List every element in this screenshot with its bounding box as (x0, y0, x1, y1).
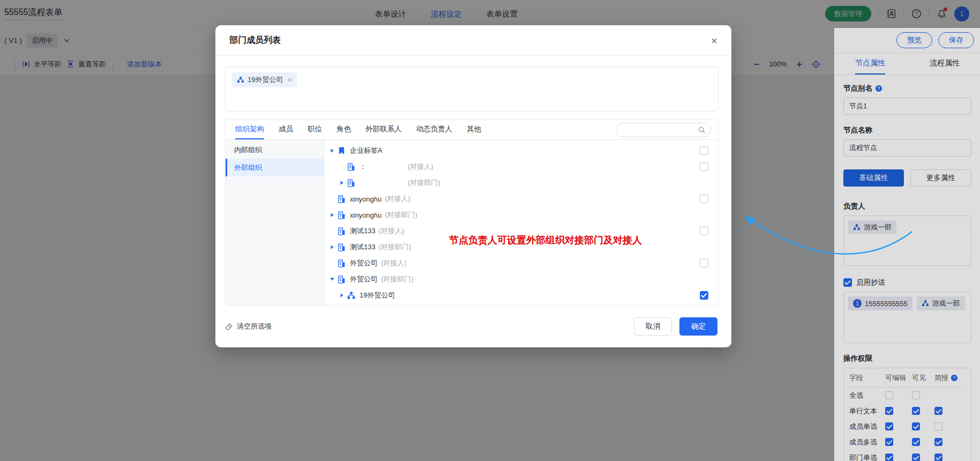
perm-checkbox[interactable] (885, 438, 893, 446)
help-icon[interactable]: ? (875, 85, 882, 92)
perm-checkbox[interactable] (934, 422, 942, 430)
alias-label-text: 节点别名 (843, 84, 872, 93)
org-nav-list: 内部组织外部组织 (226, 140, 324, 305)
perm-col-header: 简报? (934, 373, 966, 383)
picker-tab[interactable]: 成员 (279, 120, 293, 139)
node-name-label: 节点名称 (843, 125, 971, 135)
owner-label: 负责人 (843, 202, 971, 211)
tree-row[interactable]: (对接部门) (330, 175, 708, 191)
node-name-input[interactable] (843, 139, 971, 157)
tree-checkbox[interactable] (700, 291, 708, 300)
member-tag: 游戏一部 (917, 296, 965, 310)
perm-row: 成员多选 (849, 434, 966, 450)
tree-row[interactable]: 外贸公司(对接部门) (330, 271, 708, 287)
caret-down-icon[interactable] (330, 277, 337, 282)
tree-row[interactable]: 测试133(对接部门) (330, 239, 708, 255)
perm-field-name: 成员单选 (849, 422, 885, 432)
caret-right-icon[interactable] (330, 148, 337, 153)
alias-input[interactable] (843, 98, 971, 115)
perm-checkbox[interactable] (885, 391, 893, 399)
perm-checkbox[interactable] (912, 453, 920, 461)
tree-row[interactable]: 测试133(对接人) (330, 223, 708, 239)
more-props-button[interactable]: 更多属性 (910, 169, 972, 187)
cc-select-area[interactable]: 115555555555游戏一部 (843, 292, 971, 343)
perm-checkbox[interactable] (885, 422, 893, 430)
caret-right-icon[interactable] (339, 293, 347, 298)
caret-right-icon[interactable] (330, 244, 337, 250)
perm-checkbox[interactable] (912, 407, 920, 415)
building-icon (337, 243, 346, 252)
picker-tab[interactable]: 外部联系人 (365, 120, 402, 139)
tree-node-name: xinyonghu (350, 195, 381, 203)
cc-checkbox[interactable] (843, 278, 852, 287)
tree-checkbox[interactable] (700, 146, 708, 155)
tree-checkbox[interactable] (700, 195, 708, 203)
org-icon (853, 224, 861, 231)
caret-right-icon[interactable] (339, 180, 347, 185)
perm-checkbox[interactable] (885, 407, 893, 415)
save-button[interactable]: 保存 (938, 32, 974, 48)
tree-node-suffix: (对接部门) (379, 242, 412, 252)
basic-props-button[interactable]: 基础属性 (843, 169, 904, 187)
picker-tab[interactable]: 其他 (467, 120, 481, 139)
drawer-tab[interactable]: 节点属性 (855, 53, 885, 75)
search-input[interactable] (623, 127, 695, 134)
close-icon[interactable]: × (711, 35, 717, 46)
tree-row[interactable]: 19外贸公司 (330, 287, 708, 303)
picker-tab[interactable]: 职位 (308, 120, 322, 139)
selected-items-area[interactable]: 19外贸公司× (225, 66, 719, 111)
department-member-modal: 部门成员列表 × 19外贸公司× 组织架构成员职位角色外部联系人动态负责人其他 … (215, 25, 731, 347)
member-tag-label: 游戏一部 (864, 222, 892, 232)
picker-tab[interactable]: 动态负责人 (416, 120, 453, 139)
perm-checkbox[interactable] (934, 438, 942, 446)
org-tree: 企业标签A：(对接人)(对接部门)xinyonghu(对接人)xinyonghu… (324, 140, 718, 305)
building-icon (337, 195, 346, 204)
node-name-label-text: 节点名称 (843, 125, 872, 135)
preview-button[interactable]: 预览 (896, 32, 932, 48)
remove-tag-icon[interactable]: × (287, 76, 291, 84)
perm-checkbox[interactable] (934, 453, 942, 461)
clear-selection-button[interactable]: 清空所选项 (225, 322, 272, 331)
tree-checkbox[interactable] (700, 227, 708, 235)
member-tag-label: 游戏一部 (932, 299, 960, 308)
help-icon[interactable]: ? (951, 374, 958, 382)
perm-field-name: 全选 (849, 391, 885, 400)
owner-select-area[interactable]: 游戏一部 (843, 215, 971, 266)
perm-checkbox[interactable] (912, 422, 920, 430)
perm-checkbox[interactable] (912, 391, 920, 399)
org-nav-item[interactable]: 内部组织 (226, 141, 324, 159)
drawer-tab[interactable]: 流程属性 (930, 53, 960, 75)
building-icon (347, 179, 356, 188)
perm-checkbox[interactable] (934, 407, 942, 415)
tree-checkbox[interactable] (700, 162, 708, 171)
perm-checkbox[interactable] (885, 453, 893, 461)
permissions-table-header: 字段可编辑可见简报? (849, 368, 966, 388)
cancel-button[interactable]: 取消 (634, 317, 672, 336)
org-nav-item[interactable]: 外部组织 (226, 159, 324, 176)
confirm-button[interactable]: 确定 (679, 317, 717, 336)
tree-row[interactable]: 企业标签A (330, 143, 708, 159)
caret-right-icon[interactable] (330, 212, 337, 218)
tree-row[interactable]: 外贸公司(对接人) (330, 255, 708, 271)
member-tag-label: 15555555555 (865, 300, 908, 308)
org-icon (237, 76, 244, 84)
modal-footer: 清空所选项 取消 确定 (215, 306, 731, 347)
search-icon[interactable] (698, 126, 706, 134)
tree-checkbox[interactable] (700, 259, 708, 267)
app-screen: 55555流程表单 表单设计流程设定表单设置 数据管理 ? 1 ( V1 ) 启… (0, 0, 980, 461)
tree-row[interactable]: xinyonghu(对接部门) (330, 207, 708, 223)
perm-checkbox[interactable] (912, 438, 920, 446)
picker-tab[interactable]: 组织架构 (235, 120, 264, 139)
clear-selection-label: 清空所选项 (237, 322, 272, 331)
picker-main: 内部组织外部组织 企业标签A：(对接人)(对接部门)xinyonghu(对接人)… (226, 140, 718, 305)
perm-row: 成员单选 (849, 419, 966, 434)
tree-node-name: 外贸公司 (350, 258, 378, 268)
tree-node-suffix: (对接人) (408, 162, 433, 172)
footer-buttons: 取消 确定 (634, 317, 717, 336)
node-properties-drawer: 预览 保存 节点属性流程属性 节点别名 ? 节点名称 基础属性 更多属性 负责人… (834, 28, 980, 461)
tree-row[interactable]: ：(对接人) (330, 159, 708, 175)
tree-row[interactable]: xinyonghu(对接人) (330, 191, 708, 207)
tree-node-name: ： (360, 162, 405, 172)
perm-col-header: 可编辑 (885, 373, 912, 383)
picker-tab[interactable]: 角色 (336, 120, 351, 139)
